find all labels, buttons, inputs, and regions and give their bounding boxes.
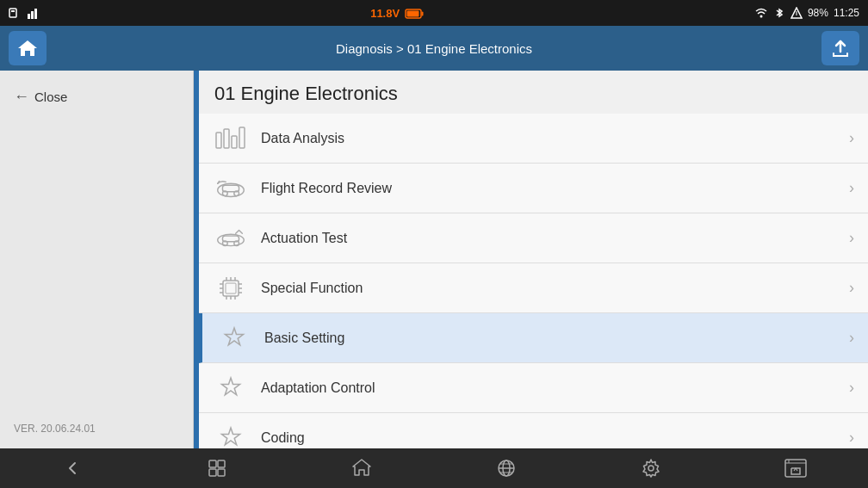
flight-record-label: Flight Record Review [261, 181, 837, 196]
close-label: Close [34, 90, 67, 104]
menu-item-special-function[interactable]: Special Function › [199, 263, 868, 313]
home-icon [16, 38, 39, 59]
globe-icon [496, 458, 517, 479]
battery-percent: 98% [808, 7, 828, 19]
status-right: 98% 11:25 [754, 7, 859, 19]
chevron-icon: › [849, 329, 854, 347]
page-title: 01 Engine Electronics [194, 71, 868, 114]
taskbar [0, 448, 868, 488]
status-bar: 11.8V 98% 11:25 [0, 0, 868, 26]
svg-rect-24 [226, 283, 236, 293]
upload-icon [829, 38, 852, 59]
svg-rect-39 [209, 469, 216, 476]
svg-rect-37 [209, 460, 216, 467]
recent-apps-icon [208, 459, 226, 478]
svg-point-8 [760, 15, 762, 18]
time-display: 11:25 [834, 7, 859, 19]
special-function-icon [213, 273, 249, 304]
svg-rect-11 [216, 133, 221, 148]
menu-item-actuation-test[interactable]: Actuation Test › [199, 213, 868, 263]
voltage-text: 11.8V [370, 7, 400, 20]
svg-rect-40 [218, 469, 225, 476]
settings-icon [641, 458, 661, 479]
adaptation-control-label: Adaptation Control [261, 380, 837, 396]
chevron-icon: › [849, 379, 854, 397]
menu-item-flight-record[interactable]: Flight Record Review › [199, 164, 868, 213]
car-test-icon [213, 226, 249, 250]
svg-rect-38 [218, 460, 225, 467]
phone-icon [9, 7, 24, 19]
battery-icon [405, 9, 424, 19]
screenshot-button[interactable] [774, 451, 817, 485]
globe-button[interactable] [485, 451, 528, 485]
svg-rect-7 [421, 12, 423, 16]
chevron-icon: › [849, 229, 854, 247]
close-button[interactable]: ← Close [0, 81, 193, 113]
chip-icon [216, 274, 245, 303]
svg-rect-0 [9, 9, 16, 17]
menu-item-data-analysis[interactable]: Data Analysis › [199, 114, 868, 164]
menu-item-adaptation-control[interactable]: Adaptation Control › [199, 363, 868, 413]
svg-point-46 [648, 466, 654, 471]
svg-rect-3 [31, 11, 34, 19]
flight-record-icon [213, 173, 249, 204]
menu-item-coding[interactable]: Coding › [199, 413, 868, 448]
chevron-icon: › [849, 279, 854, 297]
data-analysis-icon [213, 123, 249, 154]
menu-item-basic-setting[interactable]: Basic Setting › [199, 313, 868, 363]
adaptation-control-star-icon [213, 373, 249, 404]
status-left [9, 7, 40, 19]
svg-rect-1 [11, 10, 15, 12]
home-button[interactable] [9, 31, 46, 65]
content-wrapper: 01 Engine Electronics Data Analysis › [194, 71, 868, 448]
menu-list: Data Analysis › [194, 114, 868, 448]
version-label: VER. 20.06.24.01 [0, 416, 193, 442]
chevron-icon: › [849, 179, 854, 197]
back-icon [62, 458, 83, 479]
data-analysis-label: Data Analysis [261, 131, 837, 146]
star-icon [218, 375, 244, 401]
coding-star-icon [213, 423, 249, 449]
chevron-icon: › [849, 429, 854, 447]
recent-apps-button[interactable] [195, 451, 239, 485]
star-icon [218, 425, 244, 449]
signal-icon [28, 7, 40, 19]
svg-rect-4 [34, 9, 37, 19]
actuation-test-icon [213, 223, 249, 254]
voltage-display: 11.8V [370, 7, 424, 20]
sidebar: ← Close VER. 20.06.24.01 [0, 71, 194, 448]
upload-button[interactable] [822, 31, 859, 65]
back-button[interactable] [51, 451, 94, 485]
signal-bars-icon [790, 7, 803, 19]
chart-icon [214, 126, 247, 151]
chevron-icon: › [849, 129, 854, 147]
wifi-icon [754, 7, 768, 19]
settings-button[interactable] [629, 451, 673, 485]
special-function-label: Special Function [261, 281, 837, 296]
coding-label: Coding [261, 430, 837, 446]
screenshot-icon [784, 459, 807, 478]
car-replay-icon [213, 176, 249, 201]
nav-bar: Diagnosis > 01 Engine Electronics [0, 26, 868, 71]
star-icon [221, 325, 247, 351]
basic-setting-star-icon [216, 323, 252, 354]
svg-rect-6 [406, 11, 418, 17]
close-arrow-icon: ← [14, 88, 29, 106]
taskbar-home-button[interactable] [340, 451, 383, 485]
svg-rect-2 [28, 14, 30, 19]
svg-rect-13 [232, 136, 237, 148]
svg-rect-14 [239, 127, 245, 148]
home-taskbar-icon [351, 458, 372, 479]
basic-setting-label: Basic Setting [264, 330, 837, 346]
bluetooth-icon [773, 7, 785, 19]
main-area: ← Close VER. 20.06.24.01 01 Engine Elect… [0, 71, 868, 448]
content-area: 01 Engine Electronics Data Analysis › [194, 71, 868, 448]
svg-rect-12 [224, 129, 229, 148]
breadcrumb: Diagnosis > 01 Engine Electronics [46, 41, 822, 56]
actuation-test-label: Actuation Test [261, 231, 837, 246]
